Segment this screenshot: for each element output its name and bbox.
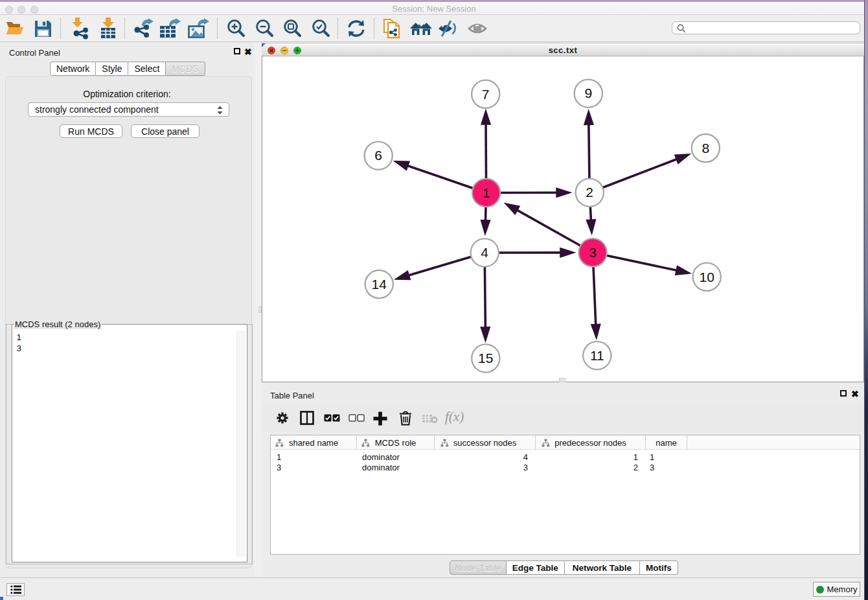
- svg-text:7: 7: [482, 87, 490, 102]
- svg-text:1: 1: [483, 185, 490, 200]
- svg-text:3: 3: [589, 245, 597, 260]
- svg-text:11: 11: [590, 348, 604, 363]
- svg-text:10: 10: [700, 270, 714, 284]
- svg-text:4: 4: [481, 245, 488, 260]
- svg-text:6: 6: [374, 148, 382, 163]
- svg-text:15: 15: [478, 351, 493, 365]
- svg-text:14: 14: [372, 277, 387, 292]
- svg-text:8: 8: [702, 141, 709, 156]
- svg-text:2: 2: [586, 185, 593, 200]
- svg-text:9: 9: [584, 86, 592, 100]
